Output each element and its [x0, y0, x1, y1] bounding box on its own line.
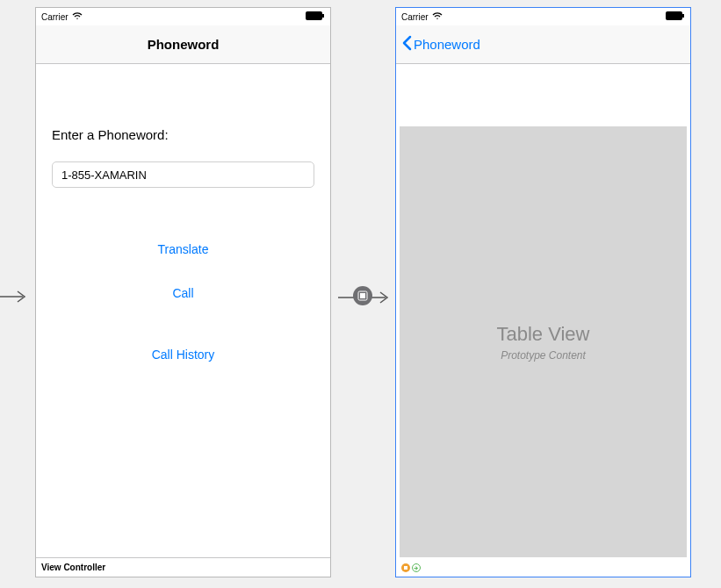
enter-phoneword-label: Enter a Phoneword:: [52, 127, 314, 142]
view-controller-scene[interactable]: Carrier Phoneword Enter a Phoneword: Tra…: [35, 7, 331, 577]
back-label: Phoneword: [414, 37, 480, 52]
svg-rect-8: [404, 566, 407, 570]
status-bar: Carrier: [36, 8, 330, 25]
navigation-bar: Phoneword: [36, 25, 330, 64]
nav-title: Phoneword: [36, 37, 330, 52]
table-view-placeholder-subtitle: Prototype Content: [501, 349, 586, 362]
table-view-controller-scene[interactable]: Carrier Phoneword Table Vi: [395, 7, 691, 577]
back-button[interactable]: Phoneword: [396, 35, 480, 54]
table-view-placeholder-title: Table View: [497, 323, 590, 346]
call-button[interactable]: Call: [52, 286, 314, 300]
translate-button[interactable]: Translate: [52, 242, 314, 256]
phoneword-input[interactable]: [52, 161, 314, 188]
svg-rect-7: [682, 14, 684, 18]
wifi-icon: [432, 12, 443, 22]
table-view[interactable]: Table View Prototype Content: [400, 126, 687, 557]
navigation-bar: Phoneword: [396, 25, 690, 64]
wifi-icon: [72, 12, 83, 22]
segue-icon[interactable]: [353, 286, 372, 305]
status-bar: Carrier: [396, 8, 690, 25]
carrier-label: Carrier: [41, 12, 68, 22]
chevron-left-icon: [401, 35, 412, 54]
header-space: [396, 64, 690, 110]
exit-icon[interactable]: [412, 563, 421, 572]
controller-name-label: View Controller: [41, 563, 105, 572]
storyboard-entry-arrow: [0, 290, 30, 304]
svg-rect-6: [666, 11, 682, 20]
battery-icon: [666, 11, 685, 22]
scene-dock[interactable]: View Controller: [36, 557, 330, 577]
first-responder-icon[interactable]: [401, 563, 410, 572]
svg-rect-5: [360, 293, 365, 298]
scene-dock[interactable]: [396, 559, 690, 577]
call-history-button[interactable]: Call History: [52, 348, 314, 362]
content-area: Enter a Phoneword: Translate Call Call H…: [36, 127, 330, 362]
svg-rect-1: [306, 11, 322, 20]
svg-rect-2: [322, 14, 324, 18]
battery-icon: [306, 11, 325, 22]
carrier-label: Carrier: [401, 12, 429, 22]
